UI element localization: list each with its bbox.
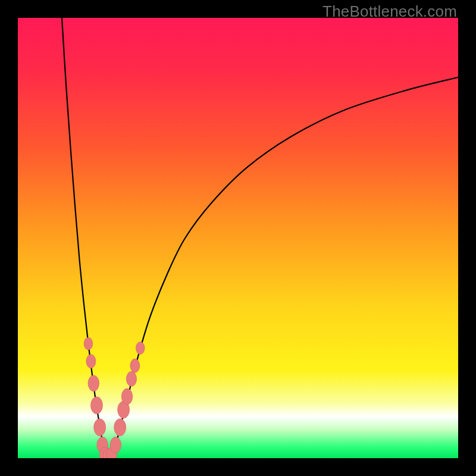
marker-point bbox=[114, 419, 126, 436]
marker-point bbox=[88, 375, 99, 392]
marker-point bbox=[110, 437, 121, 453]
outer-frame: TheBottleneck.com bbox=[0, 0, 476, 476]
plot-area bbox=[18, 18, 458, 458]
marker-point bbox=[86, 355, 96, 368]
chart-svg bbox=[18, 18, 458, 458]
marker-point bbox=[126, 371, 136, 386]
marker-point bbox=[130, 359, 140, 372]
gradient-background bbox=[18, 18, 458, 458]
marker-point bbox=[121, 389, 133, 405]
marker-point bbox=[90, 397, 102, 414]
marker-point bbox=[84, 337, 93, 350]
marker-point bbox=[136, 342, 145, 354]
marker-point bbox=[94, 419, 106, 436]
